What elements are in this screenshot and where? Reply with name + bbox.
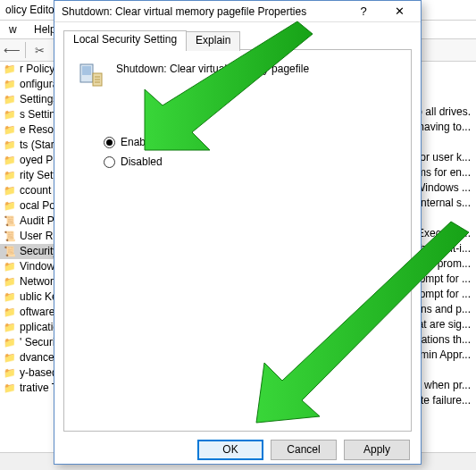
folder-icon: 📁 (4, 185, 16, 197)
cancel-button[interactable]: Cancel (271, 440, 337, 460)
folder-icon: 📁 (4, 291, 16, 304)
folder-icon: 📁 (4, 352, 16, 365)
svg-rect-1 (82, 66, 91, 75)
radio-disabled[interactable]: Disabled (104, 152, 398, 172)
tab-strip: Local Security Setting Explain (63, 30, 412, 50)
tree-item-label: Settings (20, 92, 58, 107)
tab-local-security-setting[interactable]: Local Security Setting (63, 30, 187, 50)
folder-icon: 📁 (4, 261, 16, 273)
folder-icon: 📁 (4, 200, 16, 213)
scroll-icon: 📜 (4, 246, 16, 258)
folder-icon: 📁 (4, 367, 16, 380)
folder-icon: 📁 (4, 170, 16, 182)
scroll-icon: 📜 (4, 215, 16, 228)
editor-title: olicy Editor (5, 4, 58, 16)
setting-header: Shutdown: Clear virtual memory pagefile (77, 61, 398, 89)
toolbar-back-icon[interactable]: ⟵ (4, 42, 20, 58)
dialog-titlebar[interactable]: Shutdown: Clear virtual memory pagefile … (54, 1, 421, 22)
folder-icon: 📁 (4, 337, 16, 349)
setting-name: Shutdown: Clear virtual memory pagefile (116, 61, 309, 75)
radio-enabled-indicator (104, 137, 115, 148)
properties-dialog: Shutdown: Clear virtual memory pagefile … (54, 0, 422, 465)
folder-icon: 📁 (4, 322, 16, 334)
dialog-button-row: OK Cancel Apply (54, 435, 421, 464)
tree-item-label: r Policy (20, 62, 54, 77)
folder-icon: 📁 (4, 306, 16, 319)
radio-group: Enabled Disabled (104, 132, 398, 172)
radio-enabled-label: Enabled (121, 136, 160, 148)
folder-icon: 📁 (4, 124, 16, 137)
radio-enabled[interactable]: Enabled (104, 132, 398, 152)
toolbar-separator (25, 42, 26, 58)
toolbar-cut-icon[interactable]: ✂ (31, 42, 47, 58)
folder-icon: 📁 (4, 139, 16, 152)
folder-icon: 📁 (4, 63, 16, 76)
setting-icon (77, 61, 105, 89)
folder-icon: 📁 (4, 79, 16, 91)
folder-icon: 📁 (4, 382, 16, 395)
folder-icon: 📁 (4, 155, 16, 167)
dialog-title: Shutdown: Clear virtual memory pagefile … (62, 5, 346, 18)
tab-page: Shutdown: Clear virtual memory pagefile … (63, 49, 412, 432)
scroll-icon: 📜 (4, 231, 16, 243)
apply-button[interactable]: Apply (344, 440, 410, 460)
help-button[interactable]: ? (346, 2, 381, 21)
ok-button[interactable]: OK (197, 440, 263, 460)
radio-disabled-indicator (104, 156, 115, 168)
folder-icon: 📁 (4, 94, 16, 106)
folder-icon: 📁 (4, 276, 16, 289)
folder-icon: 📁 (4, 109, 16, 122)
close-button[interactable]: ✕ (381, 2, 417, 21)
dialog-body: Local Security Setting Explain Shutdown:… (54, 22, 421, 435)
menu-view[interactable]: w (2, 21, 24, 38)
radio-disabled-label: Disabled (121, 155, 163, 168)
tab-explain[interactable]: Explain (186, 31, 240, 51)
